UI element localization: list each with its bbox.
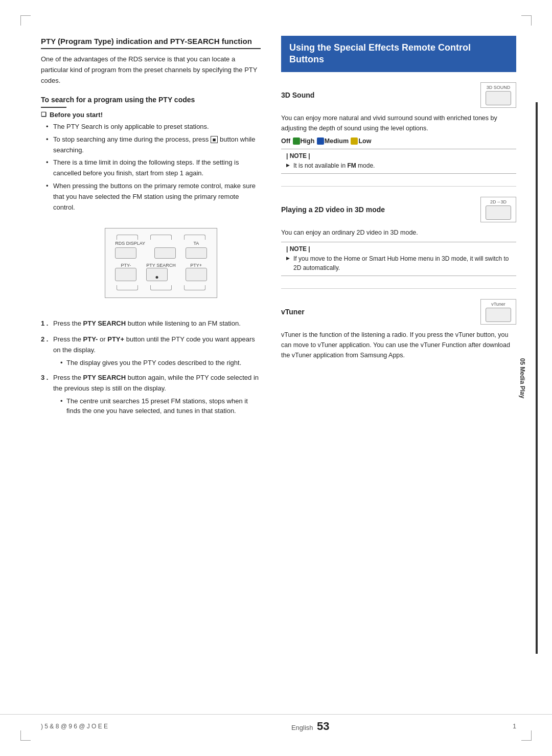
feature-btn-img-2d3d [486,205,511,220]
step-3-sub: The centre unit searches 15 preset FM st… [60,396,261,416]
footer-right: 1 [513,723,516,730]
feature-btn-label-2d3d: 2D→3D [485,199,512,204]
step-3: 3 . Press the PTY SEARCH button again, w… [41,373,261,416]
remote-label-pty-minus: PTY- [115,263,136,268]
remote-btn-pty-plus [186,268,207,281]
feature-btn-box-2d3d: 2D→3D [480,197,516,222]
feature-name-2d3d: Playing a 2D video in 3D mode [281,205,385,214]
left-column: PTY (Program Type) indication and PTY-SE… [41,31,261,725]
right-header: Using the Special Effects Remote Control… [281,36,516,72]
page-footer: ) 5 & 8 @ 9 6 @ J O E E English 53 1 [0,714,552,733]
list-item: The PTY Search is only applicable to pre… [46,122,261,132]
feature-desc-2d3d: You can enjoy an ordinary 2D video in 3D… [281,227,516,238]
btn-high-icon [293,138,300,145]
remote-label-rds: RDS DISPLAY [115,241,145,246]
remote-btn-pty-search [146,268,168,281]
section1-body: One of the advantages of the RDS service… [41,54,261,86]
feature-btn-img-3d [486,91,511,105]
before-start-label: Before you start! [41,111,261,119]
feature-btn-label-3d: 3D SOUND [485,85,512,90]
step-list: 1 . Press the PTY SEARCH button while li… [41,318,261,416]
remote-btn-rds [115,247,136,259]
note-2d3d: | NOTE | If you move to the Home or Smar… [281,242,516,276]
page-number: 53 [317,720,329,732]
remote-label-ta: TA [186,241,207,246]
list-item: When pressing the buttons on the primary… [46,181,261,213]
step-num-2: 2 . [41,334,48,345]
feature-btn-img-vtuner [486,308,511,322]
feature-vtuner: vTuner vTuner vTuner is the function of … [281,299,516,373]
remote-btn-mid [154,247,176,259]
note-2d3d-title: | NOTE | [286,245,511,253]
step-num-3: 3 . [41,373,48,383]
step-2: 2 . Press the PTY- or PTY+ button until … [41,334,261,368]
step-1: 1 . Press the PTY SEARCH button while li… [41,318,261,329]
note-3d-title: | NOTE | [286,152,511,159]
feature-desc-3d: You can enjoy more natural and vivid sur… [281,113,516,133]
right-column: Using the Special Effects Remote Control… [281,31,516,725]
bullet-list: The PTY Search is only applicable to pre… [41,122,261,213]
section2-title: To search for a program using the PTY co… [41,95,261,108]
feature-options-3d: Off High Medium Low [281,138,516,145]
btn-medium-icon [317,138,324,145]
remote-diagram: RDS DISPLAY TA P [105,228,217,298]
step-num-1: 1 . [41,318,48,329]
feature-name-3d-sound: 3D Sound [281,91,314,99]
footer-left: ) 5 & 8 @ 9 6 @ J O E E [41,723,108,730]
remote-btn-ta [186,247,207,259]
list-item: To stop searching any time during the pr… [46,134,261,156]
feature-btn-box-vtuner: vTuner [480,299,516,325]
feature-btn-label-vtuner: vTuner [485,302,512,307]
remote-label-pty-plus: PTY+ [186,263,207,268]
feature-3d-sound: 3D Sound 3D SOUND You can enjoy more nat… [281,82,516,187]
section1-title: PTY (Program Type) indication and PTY-SE… [41,36,261,49]
feature-desc-vtuner: vTuner is the function of the listening … [281,330,516,360]
remote-label-pty-search: PTY SEARCH [146,263,175,268]
step-2-sub: The display gives you the PTY codes desc… [60,358,261,368]
page-number-area: English 53 [291,720,329,733]
page-lang: English [291,724,313,731]
feature-name-vtuner: vTuner [281,308,305,316]
feature-btn-box-3d-sound: 3D SOUND [480,82,516,108]
remote-btn-pty-minus [115,268,136,281]
feature-2d-3d: Playing a 2D video in 3D mode 2D→3D You … [281,197,516,289]
note-3d-item: It is not available in FM mode. [286,161,511,170]
list-item: There is a time limit in doing the follo… [46,157,261,179]
note-3d-sound: | NOTE | It is not available in FM mode. [281,149,516,174]
btn-low-icon [351,138,358,145]
note-2d3d-item: If you move to the Home or Smart Hub Hom… [286,254,511,272]
